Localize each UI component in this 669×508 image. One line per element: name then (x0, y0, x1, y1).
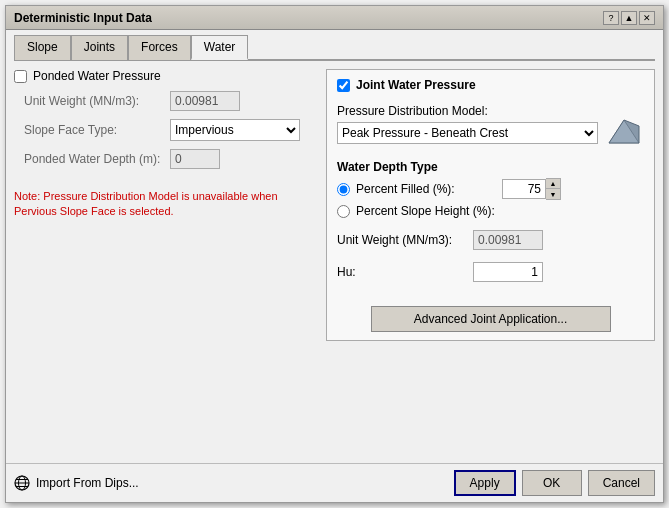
ponded-depth-input[interactable] (170, 149, 220, 169)
globe-icon (14, 475, 30, 491)
joint-water-label: Joint Water Pressure (356, 78, 476, 92)
percent-filled-spinbox: ▲ ▼ (502, 178, 561, 200)
ponded-depth-label: Ponded Water Depth (m): (24, 152, 164, 166)
ponded-depth-row: Ponded Water Depth (m): (24, 149, 314, 169)
percent-filled-label: Percent Filled (%): (356, 182, 496, 196)
hu-input[interactable] (473, 262, 543, 282)
advanced-btn-container: Advanced Joint Application... (337, 298, 644, 332)
unit-weight-right-row: Unit Weight (MN/m3): (337, 230, 644, 250)
import-label: Import From Dips... (36, 476, 139, 490)
advanced-joint-button[interactable]: Advanced Joint Application... (371, 306, 611, 332)
ok-button[interactable]: OK (522, 470, 582, 496)
percent-slope-row: Percent Slope Height (%): (337, 204, 644, 218)
spin-up-button[interactable]: ▲ (546, 179, 560, 189)
unit-weight-right-label: Unit Weight (MN/m3): (337, 233, 467, 247)
tab-slope[interactable]: Slope (14, 35, 71, 60)
tab-joints[interactable]: Joints (71, 35, 128, 60)
pressure-model-row: Peak Pressure - Beneath Crest Uniform Li… (337, 118, 644, 148)
title-bar: Deterministic Input Data ? ▲ ✕ (6, 6, 663, 30)
tabs: Slope Joints Forces Water (14, 34, 655, 61)
apply-button[interactable]: Apply (454, 470, 516, 496)
dialog: Deterministic Input Data ? ▲ ✕ Slope Joi… (5, 5, 664, 503)
right-panel: Joint Water Pressure Pressure Distributi… (326, 69, 655, 459)
import-from-dips-button[interactable]: Import From Dips... (14, 475, 139, 491)
ponded-water-label: Ponded Water Pressure (33, 69, 161, 83)
unit-weight-left-row: Unit Weight (MN/m3): (24, 91, 314, 111)
content-area: Slope Joints Forces Water Ponded Water P… (6, 30, 663, 463)
spin-buttons: ▲ ▼ (546, 178, 561, 200)
pressure-model-section: Pressure Distribution Model: Peak Pressu… (337, 100, 644, 148)
percent-slope-radio[interactable] (337, 205, 350, 218)
bottom-buttons: Apply OK Cancel (454, 470, 655, 496)
pressure-model-label: Pressure Distribution Model: (337, 104, 644, 118)
joint-water-row: Joint Water Pressure (337, 78, 644, 92)
percent-filled-input[interactable] (502, 179, 546, 199)
right-section: Joint Water Pressure Pressure Distributi… (326, 69, 655, 341)
dialog-title: Deterministic Input Data (14, 11, 152, 25)
main-content: Ponded Water Pressure Unit Weight (MN/m3… (14, 61, 655, 459)
unit-weight-right-input[interactable] (473, 230, 543, 250)
note-text: Note: Pressure Distribution Model is una… (14, 189, 314, 220)
hu-row: Hu: (337, 262, 644, 282)
unit-weight-left-input[interactable] (170, 91, 240, 111)
water-depth-type-section: Water Depth Type Percent Filled (%): ▲ ▼ (337, 156, 644, 218)
percent-filled-row: Percent Filled (%): ▲ ▼ (337, 178, 644, 200)
tab-water[interactable]: Water (191, 35, 249, 60)
hu-label: Hu: (337, 265, 467, 279)
bottom-bar: Import From Dips... Apply OK Cancel (6, 463, 663, 502)
spin-down-button[interactable]: ▼ (546, 189, 560, 199)
unit-weight-left-label: Unit Weight (MN/m3): (24, 94, 164, 108)
pressure-model-select[interactable]: Peak Pressure - Beneath Crest Uniform Li… (337, 122, 598, 144)
ponded-water-row: Ponded Water Pressure (14, 69, 314, 83)
percent-filled-radio[interactable] (337, 183, 350, 196)
slope-face-row: Slope Face Type: Impervious Pervious (24, 119, 314, 141)
water-depth-type-label: Water Depth Type (337, 160, 644, 174)
cancel-button[interactable]: Cancel (588, 470, 655, 496)
slope-face-select[interactable]: Impervious Pervious (170, 119, 300, 141)
close-button[interactable]: ✕ (639, 11, 655, 25)
left-panel: Ponded Water Pressure Unit Weight (MN/m3… (14, 69, 314, 459)
rock-icon (604, 118, 644, 148)
tab-forces[interactable]: Forces (128, 35, 191, 60)
slope-face-label: Slope Face Type: (24, 123, 164, 137)
minimize-button[interactable]: ▲ (621, 11, 637, 25)
help-button[interactable]: ? (603, 11, 619, 25)
title-bar-buttons: ? ▲ ✕ (603, 11, 655, 25)
joint-water-checkbox[interactable] (337, 79, 350, 92)
percent-slope-label: Percent Slope Height (%): (356, 204, 495, 218)
ponded-water-checkbox[interactable] (14, 70, 27, 83)
